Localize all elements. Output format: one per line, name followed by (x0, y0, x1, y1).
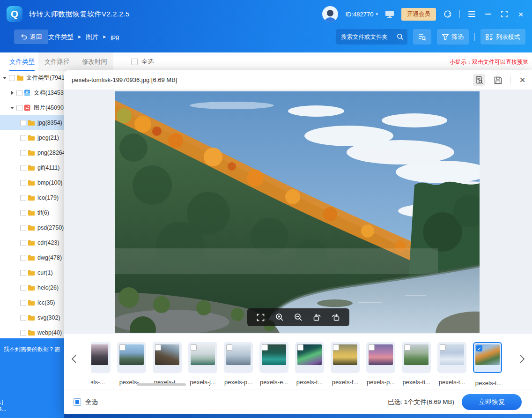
sidebar-item-tif[interactable]: tif(6) (0, 205, 64, 220)
thumbnail-card[interactable]: pexels-t... (437, 342, 466, 373)
user-id[interactable]: ID:482770 ▾ (345, 11, 378, 18)
deep-search-button[interactable] (413, 29, 431, 45)
sidebar-item-images[interactable]: 图片(45090) (0, 100, 64, 115)
checkbox[interactable] (20, 300, 26, 306)
sidebar-item-png[interactable]: png(28264 (0, 145, 64, 160)
checkbox[interactable] (20, 225, 26, 231)
sidebar-item-docs[interactable]: 文档(13453) (0, 85, 64, 100)
thumbnail-checkbox[interactable] (119, 344, 126, 351)
sidebar-item-svg[interactable]: svg(302) (0, 310, 64, 325)
thumbnail-checkbox[interactable] (369, 344, 375, 351)
select-all-checkbox[interactable] (131, 59, 138, 65)
checkbox[interactable] (20, 135, 26, 141)
scroll-left-button[interactable] (68, 350, 80, 368)
checkbox[interactable] (9, 75, 15, 81)
expand-arrow-icon[interactable] (2, 77, 7, 79)
checkbox[interactable] (20, 150, 26, 156)
promo-banner[interactable]: 找不到需要的数据？需 订 4... (0, 338, 64, 418)
thumbnail-checkbox[interactable] (404, 344, 410, 351)
sidebar-item-heic[interactable]: heic(26) (0, 280, 64, 295)
maximize-button[interactable] (500, 9, 509, 19)
fullscreen-icon[interactable] (256, 312, 266, 322)
preview-photo[interactable] (115, 91, 480, 333)
sidebar-item-gif[interactable]: gif(4111) (0, 160, 64, 175)
thumbnail-card[interactable]: pexels-t... (295, 342, 324, 373)
file-search-button[interactable] (473, 74, 485, 86)
open-vip-button[interactable]: 开通会员 (401, 8, 436, 21)
modal-close-button[interactable]: × (519, 75, 525, 85)
breadcrumb-file-type[interactable]: 文件类型 (48, 33, 74, 41)
monitor-icon[interactable] (385, 9, 394, 19)
thumbnail-checkbox[interactable] (333, 344, 339, 351)
tab-modified-time[interactable]: 修改时间 (76, 52, 113, 71)
thumbnail-card[interactable]: pexels-j... (188, 342, 217, 373)
user-avatar[interactable] (322, 6, 338, 22)
tab-file-path[interactable]: 文件路径 (38, 52, 76, 71)
sidebar-item-cur[interactable]: cur(1) (0, 265, 64, 280)
zoom-in-icon[interactable] (274, 312, 285, 322)
thumbnail-checkbox-checked[interactable]: ✓ (476, 345, 482, 351)
sidebar-item-label: 文档(13453) (34, 89, 64, 97)
thumbnail-card[interactable]: pexels-t... (153, 342, 182, 373)
search-input[interactable] (341, 34, 397, 40)
close-button[interactable]: × (516, 9, 525, 19)
recover-now-button[interactable]: 立即恢复 (462, 394, 522, 410)
customer-service-icon[interactable] (443, 9, 452, 19)
expand-arrow-icon[interactable] (9, 107, 15, 109)
thumbnail-card[interactable]: pexels-e... (259, 342, 288, 373)
thumbnail-card-selected[interactable]: ✓pexels-t... (473, 342, 502, 373)
back-button[interactable]: 返回 (14, 30, 48, 44)
search-box[interactable] (336, 29, 407, 45)
zoom-out-icon[interactable] (293, 312, 303, 322)
checkbox[interactable] (20, 285, 26, 291)
save-button[interactable] (492, 74, 504, 86)
menu-button[interactable] (467, 9, 476, 19)
thumbnail-checkbox[interactable] (191, 344, 197, 351)
rotate-left-icon[interactable] (312, 312, 322, 322)
thumbnail-checkbox[interactable] (155, 344, 161, 351)
rotate-right-icon[interactable] (331, 312, 341, 322)
breadcrumb-jpg[interactable]: jpg (111, 33, 119, 40)
checkbox[interactable] (20, 120, 26, 126)
scroll-right-button[interactable] (516, 350, 528, 368)
thumbnail-card[interactable]: pexels-p... (224, 342, 253, 373)
thumbnail-card[interactable]: pexels-ti... (402, 342, 431, 373)
sidebar-item-dwg[interactable]: dwg(478) (0, 250, 64, 265)
sidebar-item-cdr[interactable]: cdr(423) (0, 235, 64, 250)
expand-arrow-icon[interactable] (9, 91, 15, 95)
thumbnail-card[interactable]: pexels-f... (331, 342, 360, 373)
sidebar-item-jpg[interactable]: jpg(8354) (0, 115, 64, 130)
checkbox[interactable] (20, 195, 26, 201)
thumbnail-checkbox[interactable] (440, 344, 446, 351)
checkbox[interactable] (20, 240, 26, 246)
thumbnail-checkbox[interactable] (262, 344, 268, 351)
sidebar-item-psd[interactable]: psd(2750) (0, 220, 64, 235)
checkbox[interactable] (16, 105, 22, 111)
sidebar-item-jpeg[interactable]: jpeg(21) (0, 130, 64, 145)
sidebar-item-icc[interactable]: icc(35) (0, 295, 64, 310)
tab-file-type[interactable]: 文件类型 (9, 52, 35, 71)
checkbox[interactable] (20, 270, 26, 276)
thumbnail-checkbox[interactable] (226, 344, 232, 351)
thumbnail-card[interactable]: pexels-... (117, 342, 146, 373)
thumbnail-card[interactable]: xels-... (91, 342, 111, 373)
checkbox[interactable] (20, 330, 26, 336)
checkbox[interactable] (20, 165, 26, 171)
checkbox[interactable] (20, 180, 26, 186)
checkbox[interactable] (20, 210, 26, 216)
breadcrumb-image[interactable]: 图片 (86, 33, 98, 41)
select-all-checkbox-indeterminate[interactable] (74, 398, 81, 406)
folder-icon (28, 209, 36, 216)
minimize-button[interactable] (483, 9, 493, 19)
checkbox[interactable] (16, 90, 22, 96)
list-mode-button[interactable]: 列表模式 (480, 29, 525, 45)
checkbox[interactable] (20, 255, 26, 261)
horizontal-scrollbar[interactable] (137, 383, 186, 386)
filter-button[interactable]: 筛选 (437, 29, 469, 45)
sidebar-item-bmp[interactable]: bmp(100) (0, 175, 64, 190)
sidebar-item-ico[interactable]: ico(179) (0, 190, 64, 205)
checkbox[interactable] (20, 315, 26, 321)
thumbnail-card[interactable]: pexels-p... (366, 342, 395, 373)
sidebar-item-file-type[interactable]: 文件类型(79412 (0, 70, 64, 85)
thumbnail-checkbox[interactable] (297, 344, 303, 351)
